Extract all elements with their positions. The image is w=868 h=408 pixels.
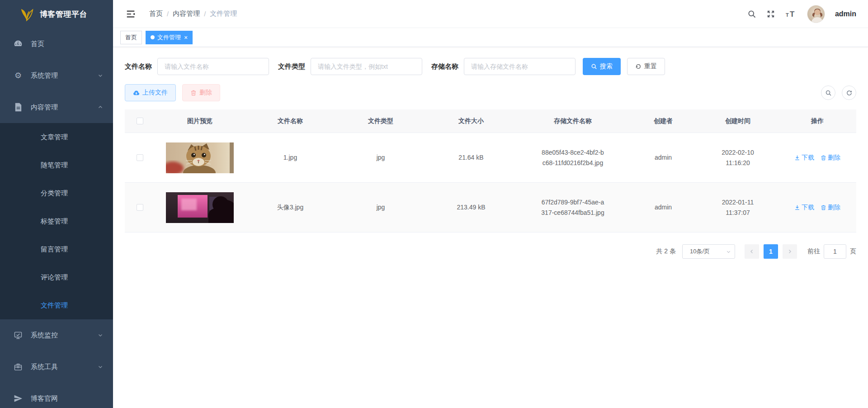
toggle-search-button[interactable]	[821, 85, 835, 100]
sidebar-item-category-management[interactable]: 分类管理	[0, 179, 113, 207]
delete-button[interactable]: 删除	[182, 84, 220, 101]
document-icon	[13, 103, 24, 112]
sidebar-item-blog-site[interactable]: 博客官网	[0, 383, 113, 408]
storage-name-input[interactable]	[464, 58, 576, 75]
font-size-icon[interactable]: TT	[785, 9, 797, 19]
tab-home[interactable]: 首页	[120, 31, 142, 44]
sidebar: 博客管理平台 首页 ⚙ 系统管理 内容管理	[0, 0, 113, 408]
upload-file-button[interactable]: 上传文件	[125, 84, 176, 101]
avatar-image	[807, 5, 825, 23]
prev-page-button[interactable]	[745, 244, 759, 259]
sidebar-item-message-management[interactable]: 留言管理	[0, 235, 113, 263]
cell-creator: admin	[629, 202, 697, 213]
breadcrumb: 首页 / 内容管理 / 文件管理	[149, 9, 237, 18]
storage-name-label: 存储名称	[431, 62, 458, 71]
download-link[interactable]: 下载	[794, 152, 814, 163]
content-management-submenu: 文章管理 随笔管理 分类管理 标签管理 留言管理 评论管理 文件管理	[0, 123, 113, 319]
row-delete-link[interactable]: 删除	[821, 202, 840, 213]
download-icon	[794, 155, 800, 161]
select-all-checkbox[interactable]	[137, 118, 143, 124]
refresh-icon	[635, 63, 642, 70]
briefcase-icon	[13, 362, 24, 371]
pagination-total: 共 2 条	[656, 247, 676, 256]
file-name-label: 文件名称	[125, 62, 152, 71]
logo[interactable]: 博客管理平台	[0, 0, 113, 28]
chevron-up-icon	[98, 104, 103, 110]
username[interactable]: admin	[835, 10, 856, 18]
page-unit-label: 页	[850, 247, 856, 256]
sidebar-item-article-management[interactable]: 文章管理	[0, 123, 113, 151]
download-link-label: 下载	[802, 152, 814, 163]
svg-text:T: T	[786, 12, 789, 18]
download-link[interactable]: 下载	[794, 202, 814, 213]
pager: 1	[742, 244, 799, 259]
sidebar-item-comment-management[interactable]: 评论管理	[0, 263, 113, 291]
filter-form: 文件名称 文件类型 存储名称 搜索 重置	[113, 47, 868, 75]
row-delete-link[interactable]: 删除	[821, 152, 840, 163]
upload-button-label: 上传文件	[142, 89, 168, 97]
goto-page-input[interactable]	[824, 244, 846, 259]
app-title: 博客管理平台	[40, 9, 87, 19]
chevron-down-icon	[98, 364, 103, 370]
monitor-icon	[13, 331, 24, 340]
row-delete-label: 删除	[828, 202, 840, 213]
gear-icon: ⚙	[13, 71, 24, 81]
tab-label: 文件管理	[157, 33, 181, 42]
cell-creator: admin	[629, 152, 697, 163]
next-page-button[interactable]	[783, 244, 797, 259]
column-header: 图片预览	[155, 116, 245, 126]
column-header: 文件名称	[245, 116, 335, 126]
sidebar-item-system-monitor[interactable]: 系统监控	[0, 319, 113, 351]
sidebar-item-essay-management[interactable]: 随笔管理	[0, 151, 113, 179]
reset-button[interactable]: 重置	[627, 58, 665, 75]
file-type-input[interactable]	[311, 58, 422, 75]
chevron-down-icon	[726, 249, 731, 254]
table-header-row: 图片预览 文件名称 文件类型 文件大小 存储文件名称 创建者 创建时间 操作	[125, 109, 856, 133]
menu-fold-icon[interactable]	[126, 9, 136, 19]
cell-file-size: 21.64 kB	[426, 152, 516, 163]
cell-file-name: 1.jpg	[245, 152, 335, 163]
column-header: 创建者	[629, 116, 697, 126]
tab-file-management[interactable]: 文件管理 ×	[146, 31, 193, 44]
main-area: 首页 / 内容管理 / 文件管理 TT	[113, 0, 868, 408]
search-button[interactable]: 搜索	[583, 58, 621, 75]
search-icon[interactable]	[747, 9, 756, 19]
row-checkbox[interactable]	[137, 154, 143, 161]
row-checkbox[interactable]	[137, 204, 143, 211]
avatar[interactable]	[807, 5, 825, 23]
cell-created-time: 2022-01-11 11:37:07	[697, 197, 778, 218]
breadcrumb-content-management[interactable]: 内容管理	[173, 9, 200, 18]
search-button-label: 搜索	[600, 62, 613, 71]
page-size-select[interactable]: 10条/页	[682, 244, 735, 259]
cloud-upload-icon	[133, 90, 140, 96]
breadcrumb-separator: /	[204, 10, 206, 18]
column-header: 创建时间	[697, 116, 778, 126]
row-delete-label: 删除	[828, 152, 840, 163]
chevron-down-icon	[98, 73, 103, 78]
fullscreen-icon[interactable]	[766, 9, 775, 19]
cell-storage-name: 67f2d789-9bf7-45ae-a 317-ce68744fba51.jp…	[516, 197, 629, 218]
sidebar-item-file-management[interactable]: 文件管理	[0, 291, 113, 319]
file-name-input[interactable]	[157, 58, 269, 75]
cell-file-type: jpg	[335, 152, 426, 163]
table-toolbar: 上传文件 删除	[113, 75, 868, 101]
reset-button-label: 重置	[644, 62, 657, 71]
column-header: 存储文件名称	[516, 116, 629, 126]
sidebar-item-label: 首页	[31, 40, 103, 48]
page-number-button[interactable]: 1	[764, 244, 778, 259]
sidebar-item-system-tools[interactable]: 系统工具	[0, 351, 113, 383]
cell-file-type: jpg	[335, 202, 426, 213]
sidebar-item-content-management[interactable]: 内容管理	[0, 91, 113, 123]
sidebar-item-system-management[interactable]: ⚙ 系统管理	[0, 60, 113, 91]
cell-file-name: 头像3.jpg	[245, 202, 335, 213]
sidebar-item-label: 系统管理	[31, 71, 98, 80]
close-icon[interactable]: ×	[184, 34, 188, 41]
breadcrumb-home[interactable]: 首页	[149, 9, 163, 18]
sidebar-item-tag-management[interactable]: 标签管理	[0, 207, 113, 235]
download-link-label: 下载	[802, 202, 814, 213]
svg-text:T: T	[790, 10, 795, 19]
sidebar-item-home[interactable]: 首页	[0, 28, 113, 60]
file-type-label: 文件类型	[278, 62, 305, 71]
chevron-left-icon	[749, 249, 755, 254]
refresh-table-button[interactable]	[842, 85, 856, 100]
